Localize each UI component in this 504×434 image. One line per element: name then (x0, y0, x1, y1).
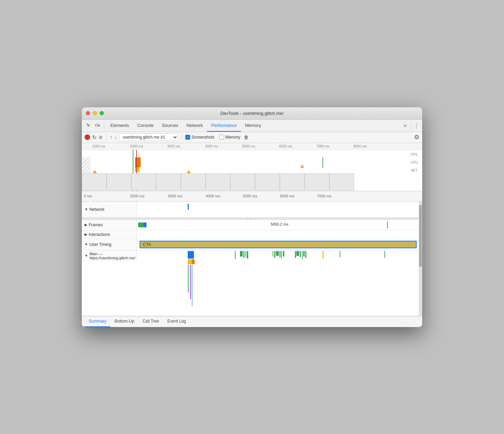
g-bar-13 (296, 251, 299, 256)
ruler-b-2000: 2000 ms (130, 194, 144, 198)
tab-network[interactable]: Network (183, 119, 207, 132)
tab-call-tree[interactable]: Call Tree (139, 316, 163, 327)
tab-memory[interactable]: Memory (241, 119, 265, 132)
scrollbar-thumb[interactable] (419, 205, 422, 267)
window-title: DevTools - usertiming.glitch.me/ (220, 111, 284, 116)
memory-toggle[interactable]: Memory (219, 135, 240, 140)
timeline-bottom-ruler: 0 ms 2000 ms 3000 ms 4000 ms 5000 ms 600… (82, 191, 422, 202)
main-track-header[interactable]: ▼ Main — https://usertiming.glitch.me/ (82, 250, 137, 261)
ruler-tick-4: 4000 ms (205, 144, 218, 148)
interactions-triangle: ▶ (85, 232, 87, 236)
tab-performance[interactable]: Performance (207, 119, 241, 132)
screenshot-1 (82, 173, 107, 191)
ruler-tick-1: 1000 ms (92, 144, 105, 148)
memory-label: Memory (226, 135, 240, 140)
tab-sources[interactable]: Sources (158, 119, 183, 132)
clear-recordings-button[interactable]: 🗑 (244, 134, 249, 140)
ruler-b-4000: 4000 ms (206, 194, 220, 198)
tab-summary[interactable]: Summary (85, 316, 110, 327)
ruler-b-5000: 5000 ms (243, 194, 257, 198)
g-bar-11 (283, 251, 284, 257)
user-timing-track-header[interactable]: ▼ User Timing (82, 239, 137, 250)
g-bar-14 (300, 251, 301, 257)
g-bar-1 (235, 251, 235, 259)
maximize-button[interactable] (100, 111, 104, 115)
traffic-lights (86, 111, 104, 115)
interactions-track-header[interactable]: ▶ Interactions (82, 230, 137, 239)
fps-label: FPS (411, 153, 418, 156)
screenshot-2 (107, 173, 131, 191)
expand-triangle: ▼ (85, 207, 88, 211)
ruler-tick-6: 6000 ms (279, 144, 292, 148)
g-bar-3 (243, 251, 244, 258)
devtools-menu-button[interactable]: ⋮ (413, 122, 419, 129)
tab-elements[interactable]: Elements (106, 119, 133, 132)
timeline-overview: 1000 ms 2000 ms 3000 ms 4000 ms 5000 ms … (82, 143, 422, 191)
main-bar-purple-tall (190, 265, 191, 299)
g-bar-6 (273, 251, 273, 257)
ruler-tick-5: 5000 ms (242, 144, 255, 148)
g-bar-12 (295, 251, 296, 258)
tab-console[interactable]: Console (133, 119, 158, 132)
timeline-ruler-top: 1000 ms 2000 ms 3000 ms 4000 ms 5000 ms … (82, 143, 422, 150)
user-timing-track-content: CTA (137, 239, 422, 250)
inspect-icon[interactable] (85, 121, 93, 130)
memory-checkbox[interactable] (219, 135, 224, 140)
user-timing-track: ▼ User Timing CTA (82, 239, 422, 250)
title-bar: DevTools - usertiming.glitch.me/ (82, 107, 422, 120)
record-button[interactable] (85, 134, 90, 140)
ruler-b-3000: 3000 ms (168, 194, 182, 198)
separator2 (411, 122, 411, 129)
screenshot-4 (156, 173, 181, 191)
screenshot-9 (280, 173, 305, 191)
screenshots-toggle[interactable]: ✓ Screenshots (185, 135, 215, 140)
tab-event-log[interactable]: Event Log (163, 316, 190, 327)
settings-button[interactable]: ⚙ (414, 133, 419, 141)
upload-button[interactable]: ↑ (110, 134, 112, 140)
network-track-header[interactable]: ▼ Network (82, 202, 137, 217)
interactions-track-content (137, 230, 422, 239)
profile-select[interactable]: usertiming.glitch.me #1 (119, 133, 178, 141)
frame-blue-1 (144, 223, 146, 227)
frame-green-1 (138, 223, 144, 227)
network-track-content (137, 202, 422, 217)
screenshot-3 (131, 173, 156, 191)
g-bar-8 (276, 251, 279, 256)
performance-toolbar: ↻ ⊘ ↑ ↓ usertiming.glitch.me #1 ✓ Screen… (82, 132, 422, 143)
main-bar-blue-1 (188, 251, 194, 259)
network-bar (188, 204, 189, 210)
tab-bottom-up[interactable]: Bottom-Up (110, 316, 138, 327)
g-bar-5 (247, 251, 248, 259)
screenshot-7 (230, 173, 255, 191)
svg-rect-1 (99, 125, 100, 126)
screenshot-10 (305, 173, 329, 191)
g-bar-15 (302, 251, 303, 259)
minimize-button[interactable] (93, 111, 97, 115)
device-mode-icon[interactable] (94, 121, 102, 130)
frames-track-content: 5055.2 ms (137, 220, 422, 230)
scrollbar-track[interactable] (419, 202, 422, 316)
frames-label: Frames (89, 223, 103, 227)
user-timing-label: User Timing (89, 242, 111, 247)
g-bar-7 (274, 251, 275, 258)
overview-chart[interactable]: FPS CPU NET (82, 150, 422, 191)
y-bar-1 (322, 251, 324, 259)
close-button[interactable] (86, 111, 90, 115)
clear-button[interactable]: ⊘ (99, 134, 103, 140)
main-triangle: ▼ (85, 254, 88, 258)
main-bar-yellow-1 (188, 259, 192, 264)
more-tabs-button[interactable]: » (402, 122, 409, 129)
ruler-tick-7: 7000 ms (316, 144, 329, 148)
main-label: Main — https://usertiming.glitch.me/ (89, 252, 135, 260)
g-bar-9 (280, 251, 281, 257)
main-bar-blue-tall (192, 265, 193, 306)
ruler-tick-3: 3000 ms (167, 144, 180, 148)
download-button[interactable]: ↓ (114, 134, 117, 140)
main-bar-green-tall (188, 265, 189, 292)
frames-track-header[interactable]: ▶ Frames (82, 220, 137, 230)
cta-bar[interactable]: CTA (140, 241, 417, 248)
g-bar-16 (303, 251, 305, 257)
screenshots-checkbox[interactable]: ✓ (185, 135, 190, 140)
reload-record-button[interactable]: ↻ (92, 134, 97, 141)
metric-labels: FPS CPU NET (411, 153, 418, 172)
